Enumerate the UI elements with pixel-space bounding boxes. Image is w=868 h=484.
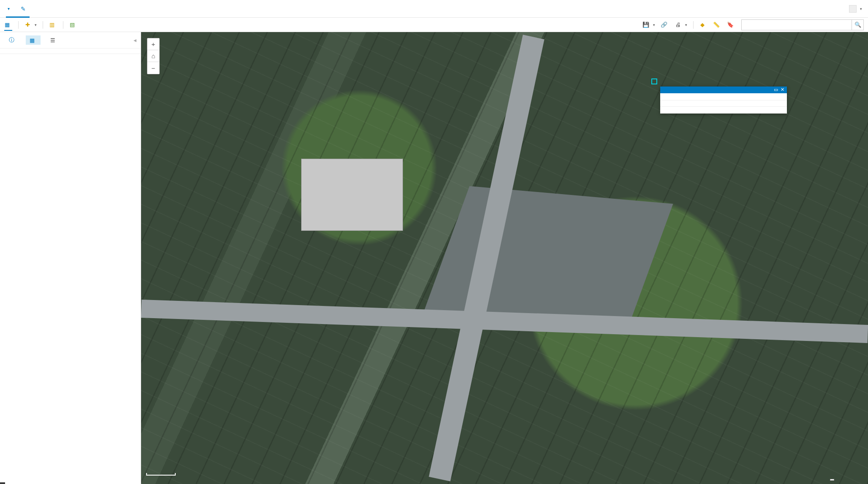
side-panel: ⓘ ▦ ☰ ◂: [0, 32, 141, 484]
separator: [693, 21, 694, 29]
search-box: 🔍: [741, 19, 864, 30]
home-underline: [6, 16, 30, 18]
chevron-down-icon: ▾: [35, 23, 37, 27]
default-extent-button[interactable]: ⌂: [147, 50, 159, 62]
save-button[interactable]: 💾 ▾: [643, 22, 655, 28]
popup-title: [660, 93, 787, 100]
parking-lot: [423, 186, 673, 330]
layer-list: [0, 54, 141, 484]
tab-about[interactable]: ⓘ: [5, 35, 20, 45]
user-menu[interactable]: ▾: [849, 5, 862, 13]
print-button[interactable]: 🖨 ▾: [675, 22, 687, 28]
chevron-down-icon: ▾: [653, 23, 655, 27]
popup-body: [660, 100, 787, 106]
tab-content[interactable]: ▦: [26, 35, 41, 45]
selected-feature-marker: [652, 79, 656, 84]
home-button[interactable]: ▾: [6, 6, 10, 11]
measure-icon: 📏: [713, 22, 719, 28]
scale-bar: [146, 473, 176, 476]
building-roof: [301, 159, 403, 231]
search-icon[interactable]: 🔍: [852, 20, 863, 30]
separator: [63, 21, 63, 29]
app-header: ▾ ✎ ▾: [0, 0, 868, 18]
chevron-down-icon: ▾: [685, 23, 687, 27]
save-icon: 💾: [643, 22, 649, 28]
directions-button[interactable]: ◆: [699, 22, 707, 28]
chevron-down-icon: ▾: [860, 7, 862, 11]
zoom-controls: + ⌂ −: [147, 38, 160, 74]
analysis-icon: ▧: [69, 22, 75, 28]
popup-header: ▭ ✕: [660, 87, 787, 93]
edit-title-icon[interactable]: ✎: [21, 5, 26, 12]
status-bar-url: [0, 482, 5, 484]
content-icon: ▦: [29, 37, 35, 43]
avatar-icon: [849, 5, 857, 13]
microsoft-attribution: [830, 479, 834, 481]
popup-maximize-icon[interactable]: ▭: [774, 87, 778, 92]
basemap-button[interactable]: ▥: [49, 22, 57, 28]
popup-close-icon[interactable]: ✕: [781, 87, 784, 92]
measure-button[interactable]: 📏: [713, 22, 721, 28]
legend-icon: ☰: [50, 37, 56, 43]
separator: [18, 21, 19, 29]
details-icon: ▦: [4, 22, 10, 28]
directions-icon: ◆: [699, 22, 705, 28]
print-icon: 🖨: [675, 22, 681, 28]
collapse-panel-icon[interactable]: ◂: [133, 37, 136, 43]
share-button[interactable]: 🔗: [661, 22, 669, 28]
bookmarks-button[interactable]: 🔖: [727, 22, 735, 28]
add-button[interactable]: ✚ ▾: [24, 22, 37, 28]
map-toolbar: ▦ ✚ ▾ ▥ ▧ 💾 ▾ 🔗 🖨: [0, 18, 868, 32]
map-canvas[interactable]: + ⌂ − ▭ ✕: [141, 32, 868, 484]
share-icon: 🔗: [661, 22, 667, 28]
tab-legend[interactable]: ☰: [46, 35, 61, 45]
chevron-down-icon: ▾: [8, 6, 10, 11]
search-input[interactable]: [742, 22, 852, 28]
main-area: ⓘ ▦ ☰ ◂ + ⌂ −: [0, 32, 868, 484]
add-icon: ✚: [24, 22, 30, 28]
zoom-in-button[interactable]: +: [147, 38, 159, 50]
separator: [43, 21, 43, 29]
zoom-out-button[interactable]: −: [147, 62, 159, 74]
selection-box-icon: [651, 78, 657, 84]
analysis-button[interactable]: ▧: [69, 22, 77, 28]
popup-footer: [660, 106, 787, 114]
bookmarks-icon: 🔖: [727, 22, 733, 28]
basemap-icon: ▥: [49, 22, 55, 28]
side-tabs: ⓘ ▦ ☰ ◂: [0, 32, 141, 49]
feature-popup: ▭ ✕: [660, 87, 787, 114]
contents-heading: [0, 49, 141, 54]
details-button[interactable]: ▦: [4, 22, 12, 31]
info-icon: ⓘ: [8, 37, 14, 43]
